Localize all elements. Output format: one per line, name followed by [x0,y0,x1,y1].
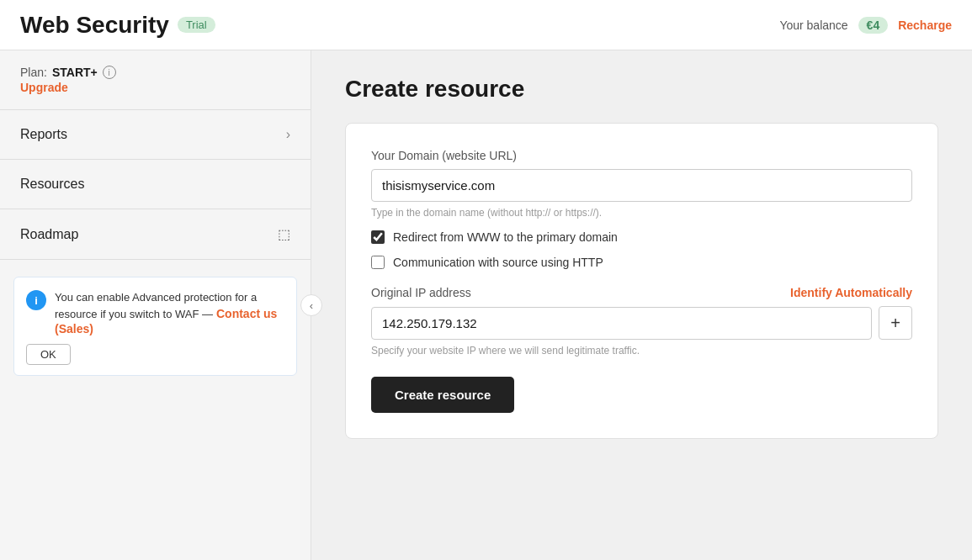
page-title: Create resource [345,76,938,103]
ip-input-row: + [371,306,912,340]
recharge-button[interactable]: Recharge [898,18,952,32]
app-title: Web Security [20,12,169,39]
sidebar-item-roadmap[interactable]: Roadmap ⬚ [0,213,311,256]
sidebar: Plan: START+ i Upgrade Reports › Resourc… [0,50,311,560]
plan-section: Plan: START+ i Upgrade [0,50,311,106]
http-checkbox[interactable] [371,256,385,269]
ip-label-row: Original IP address Identify Automatical… [371,286,912,299]
domain-hint: Type in the domain name (without http://… [371,207,912,219]
header-left: Web Security Trial [20,12,215,39]
roadmap-label: Roadmap [20,227,78,242]
ip-input[interactable] [371,307,872,340]
reports-label: Reports [20,127,67,142]
external-link-icon: ⬚ [278,226,290,242]
balance-amount: €4 [858,17,889,34]
nav-divider-3 [0,259,311,260]
identify-auto-button[interactable]: Identify Automatically [790,286,912,299]
upgrade-link[interactable]: Upgrade [20,81,290,94]
balance-label: Your balance [779,18,847,32]
info-icon[interactable]: i [103,66,116,79]
main-content: Create resource Your Domain (website URL… [311,50,972,560]
domain-input[interactable] [371,169,912,202]
add-ip-button[interactable]: + [879,306,912,340]
trial-badge: Trial [178,17,215,33]
info-circle-icon: i [26,290,46,310]
chevron-right-icon: › [286,127,290,142]
info-card-top: i You can enable Advanced protection for… [26,289,284,335]
redirect-www-checkbox-row[interactable]: Redirect from WWW to the primary domain [371,230,912,244]
nav-divider-top [0,109,311,110]
create-resource-button[interactable]: Create resource [371,377,514,413]
http-checkbox-row[interactable]: Communication with source using HTTP [371,256,912,269]
redirect-www-checkbox[interactable] [371,230,385,244]
create-resource-form: Your Domain (website URL) Type in the do… [345,123,938,439]
ip-hint: Specify your website IP where we will se… [371,345,912,357]
ip-section: Original IP address Identify Automatical… [371,286,912,357]
plan-label: Plan: [20,66,47,79]
sidebar-item-resources[interactable]: Resources [0,163,311,205]
domain-label: Your Domain (website URL) [371,149,912,162]
app-header: Web Security Trial Your balance €4 Recha… [0,0,972,50]
sidebar-collapse-button[interactable]: ‹ [300,294,322,316]
http-label: Communication with source using HTTP [393,256,603,269]
ok-button[interactable]: OK [26,344,71,365]
plan-row: Plan: START+ i [20,66,290,79]
resources-label: Resources [20,177,84,192]
nav-divider-1 [0,159,311,160]
info-card: i You can enable Advanced protection for… [13,277,297,376]
header-right: Your balance €4 Recharge [779,17,952,34]
sidebar-item-reports[interactable]: Reports › [0,114,311,156]
redirect-www-label: Redirect from WWW to the primary domain [393,230,618,244]
nav-divider-2 [0,209,311,209]
ip-label: Original IP address [371,286,471,299]
plan-name: START+ [52,66,98,79]
